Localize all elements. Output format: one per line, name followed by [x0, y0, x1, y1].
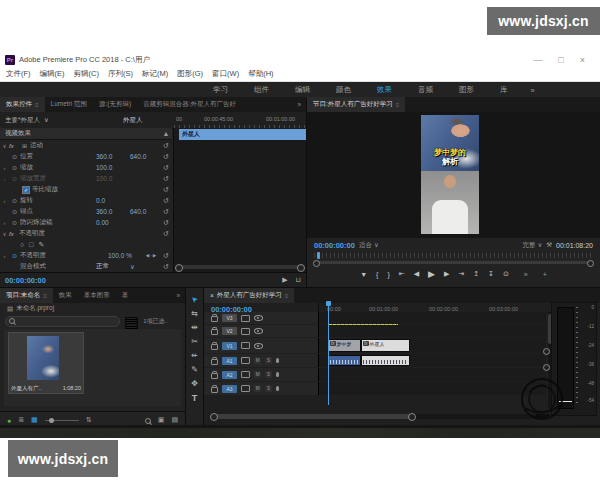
sync-lock-icon[interactable]: [241, 328, 250, 335]
tab-audio-clip-mixer[interactable]: 音频剪辑混合器:外星人有广告好: [137, 97, 242, 112]
icon-view-icon[interactable]: ▦: [31, 416, 38, 424]
menu-item-file[interactable]: 文件(F): [6, 69, 31, 79]
panel-menu-icon[interactable]: ≡: [35, 102, 39, 108]
collapse-icon[interactable]: ▲: [160, 130, 172, 137]
reset-icon[interactable]: ↺: [160, 175, 172, 183]
stopwatch-icon[interactable]: ⊙: [9, 252, 20, 259]
workspace-tab-libraries[interactable]: 库: [487, 85, 521, 95]
step-forward-icon[interactable]: ▶: [444, 270, 449, 278]
stopwatch-icon[interactable]: ⊙: [9, 197, 20, 204]
audio-clip-1[interactable]: [328, 355, 361, 366]
tab-overflow-icon[interactable]: »: [292, 97, 306, 112]
solo-button[interactable]: S: [265, 385, 272, 392]
track-a2-lane[interactable]: [318, 368, 546, 381]
next-keyframe-icon[interactable]: ▶: [153, 253, 156, 258]
fx-badge-icon[interactable]: fx: [9, 143, 19, 149]
panel-menu-icon[interactable]: ≡: [396, 102, 400, 108]
blend-mode-select[interactable]: 正常: [96, 262, 130, 271]
tab-effect-controls[interactable]: 效果控件 ≡: [0, 97, 45, 112]
menu-item-graphics[interactable]: 图形(G): [177, 69, 203, 79]
lift-icon[interactable]: ↥: [473, 270, 479, 278]
track-v3-lane[interactable]: [318, 312, 546, 324]
mute-button[interactable]: M: [254, 385, 261, 392]
mark-out-icon[interactable]: }: [387, 271, 389, 278]
add-button-icon[interactable]: +: [543, 271, 547, 278]
menu-item-help[interactable]: 帮助(H): [248, 69, 273, 79]
slip-tool[interactable]: ⇷: [191, 351, 198, 360]
track-select-tool[interactable]: ⇆: [191, 309, 198, 318]
sync-lock-icon[interactable]: [241, 315, 250, 322]
audio-clip-2-selected[interactable]: [361, 355, 410, 366]
twirl-open-icon[interactable]: ∨: [0, 143, 9, 149]
tab-program-monitor[interactable]: 节目:外星人有广告好好学习 ≡: [307, 97, 405, 112]
track-badge-a3[interactable]: A3: [222, 385, 237, 393]
tab-overflow-icon[interactable]: »: [171, 288, 185, 303]
tab-effects[interactable]: 效果: [53, 288, 78, 303]
sort-icons-icon[interactable]: ⇅: [86, 416, 92, 424]
find-icon[interactable]: [145, 418, 151, 424]
track-a2-header[interactable]: A2 M S: [204, 368, 318, 381]
opacity-effect-row[interactable]: ∨ fx 不透明度 ↺: [0, 228, 172, 239]
track-a1-lane[interactable]: [318, 354, 546, 367]
export-frame-icon[interactable]: ⊔: [296, 276, 301, 284]
track-badge-v1[interactable]: V1: [222, 342, 237, 350]
scrubber-zoom-bar[interactable]: [314, 261, 593, 264]
sync-lock-icon[interactable]: [241, 371, 250, 378]
master-clip-selector[interactable]: 主要*外星人 ∨: [0, 116, 123, 125]
tab-essential-graphics[interactable]: 基本图形: [78, 288, 116, 303]
more-icon[interactable]: »: [524, 271, 528, 278]
program-scrubber[interactable]: [314, 252, 593, 265]
minimize-button[interactable]: —: [533, 55, 542, 65]
reset-icon[interactable]: ↺: [160, 164, 172, 172]
workspace-overflow-icon[interactable]: »: [521, 86, 545, 95]
workspace-tab-learning[interactable]: 学习: [200, 85, 241, 95]
motion-effect-row[interactable]: ∨ fx ⊞ 运动 ↺: [0, 140, 172, 151]
antiflicker-value[interactable]: 0.00: [96, 219, 130, 226]
voiceover-mic-icon[interactable]: [276, 386, 279, 391]
lock-icon[interactable]: [211, 329, 218, 335]
lock-icon[interactable]: [211, 316, 218, 322]
track-output-eye-icon[interactable]: [254, 315, 263, 321]
selection-tool[interactable]: ➤: [189, 294, 200, 305]
lock-icon[interactable]: [211, 373, 218, 379]
mute-button[interactable]: M: [254, 357, 261, 364]
step-back-icon[interactable]: ◀: [414, 270, 419, 278]
position-x-value[interactable]: 360.0: [96, 153, 130, 160]
panel-menu-icon[interactable]: ≡: [285, 293, 289, 299]
project-bin-area[interactable]: 外星人有广.. 1:08:20: [4, 329, 181, 406]
track-v1-lane[interactable]: fx 梦中梦 fx 外星人: [318, 338, 546, 353]
reset-icon[interactable]: ↺: [160, 230, 172, 238]
tab-source-monitor[interactable]: 源:(无剪辑): [93, 97, 137, 112]
menu-item-marker[interactable]: 标记(M): [142, 69, 168, 79]
panel-menu-icon[interactable]: ≡: [43, 293, 47, 299]
solo-button[interactable]: S: [265, 357, 272, 364]
track-output-eye-icon[interactable]: [254, 343, 263, 349]
lock-icon[interactable]: [211, 359, 218, 365]
twirl-closed-icon[interactable]: ›: [0, 220, 9, 226]
effect-keyframe-ruler[interactable]: 00 00:00:45:00 00:01:00:00: [174, 112, 306, 128]
go-to-in-icon[interactable]: ⇤: [399, 270, 405, 278]
menu-item-sequence[interactable]: 序列(S): [108, 69, 133, 79]
zoom-level-select[interactable]: 适合 ∨: [359, 241, 379, 250]
tab-essential-sound[interactable]: 基: [116, 288, 135, 303]
menu-item-edit[interactable]: 编辑(E): [40, 69, 65, 79]
new-item-icon[interactable]: ▤: [171, 416, 178, 424]
position-y-value[interactable]: 640.0: [130, 153, 160, 160]
menu-item-clip[interactable]: 剪辑(C): [74, 69, 99, 79]
close-button[interactable]: ×: [580, 55, 585, 65]
workspace-tab-color[interactable]: 颜色: [323, 85, 364, 95]
twirl-closed-icon[interactable]: ›: [0, 198, 9, 204]
fx-badge-icon[interactable]: fx: [9, 231, 19, 237]
tab-project[interactable]: 项目:未命名 ≡: [0, 288, 53, 303]
track-resize-handle[interactable]: [543, 364, 550, 371]
voiceover-mic-icon[interactable]: [276, 358, 279, 363]
razor-tool[interactable]: ✂: [191, 337, 198, 346]
solo-button[interactable]: S: [265, 371, 272, 378]
workspace-tab-graphics[interactable]: 图形: [446, 85, 487, 95]
project-file-name[interactable]: 未命名.prproj: [16, 304, 54, 313]
track-v3-header[interactable]: V3: [204, 312, 318, 324]
effect-clip-bar[interactable]: 外星人: [179, 129, 306, 140]
twirl-closed-icon[interactable]: ›: [0, 165, 9, 171]
reset-icon[interactable]: ↺: [160, 263, 172, 271]
mute-button[interactable]: M: [254, 371, 261, 378]
